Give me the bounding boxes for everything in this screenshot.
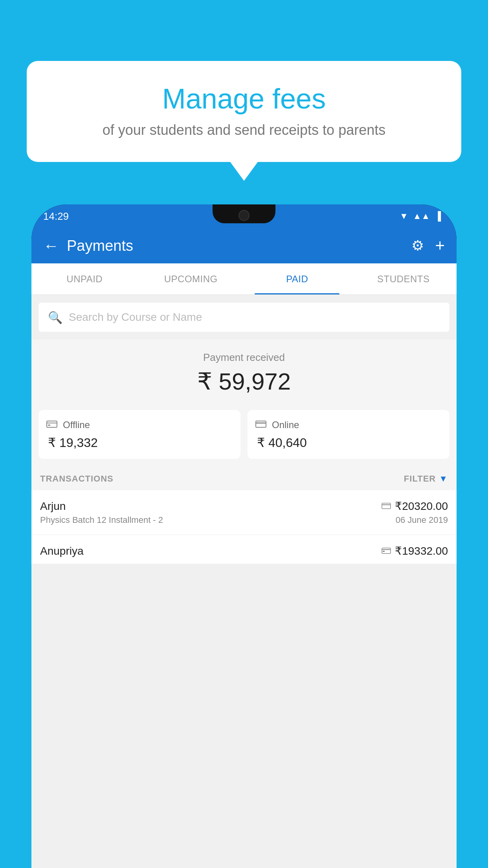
svg-rect-9 — [383, 551, 385, 552]
svg-rect-3 — [256, 421, 266, 427]
speech-bubble: Manage fees of your students and send re… — [27, 61, 461, 162]
payment-received-label: Payment received — [31, 351, 457, 364]
offline-card: Offline ₹ 19,332 — [39, 410, 240, 459]
add-button[interactable]: + — [435, 236, 445, 255]
filter-icon: ▼ — [439, 474, 448, 484]
payment-type-icon-arjun — [382, 501, 391, 512]
student-name-arjun: Arjun — [40, 500, 66, 513]
table-row: Anupriya ₹19332.00 — [31, 535, 457, 564]
transaction-top-anupriya: Anupriya ₹19332.00 — [40, 544, 448, 557]
student-name-anupriya: Anupriya — [40, 545, 84, 557]
amount-wrap-anupriya: ₹19332.00 — [382, 544, 448, 557]
speech-bubble-container: Manage fees of your students and send re… — [27, 61, 461, 162]
status-time: 14:29 — [43, 210, 69, 223]
svg-rect-0 — [47, 421, 57, 427]
offline-card-header: Offline — [46, 419, 233, 431]
course-info-arjun: Physics Batch 12 Installment - 2 — [40, 515, 163, 525]
filter-text: FILTER — [404, 474, 436, 484]
camera — [238, 210, 250, 221]
payment-cards-row: Offline ₹ 19,332 Online ₹ — [31, 403, 457, 466]
online-amount: ₹ 40,640 — [255, 435, 442, 450]
payment-type-icon-anupriya — [382, 546, 391, 557]
status-icons: ▼ ▲▲ ▐ — [400, 211, 441, 221]
online-icon — [255, 419, 266, 431]
tab-unpaid[interactable]: UNPAID — [31, 263, 138, 294]
app-bar: ← Payments ⚙ + — [31, 228, 457, 263]
transaction-top-arjun: Arjun ₹20320.00 — [40, 500, 448, 513]
bubble-subtitle: of your students and send receipts to pa… — [50, 122, 438, 138]
filter-button[interactable]: FILTER ▼ — [404, 474, 448, 484]
online-label: Online — [272, 419, 299, 430]
svg-rect-2 — [48, 425, 50, 426]
transaction-amount-arjun: ₹20320.00 — [395, 500, 448, 513]
phone-frame: 14:29 ▼ ▲▲ ▐ ← Payments ⚙ + UNPAID UPCOM… — [31, 204, 457, 868]
bubble-title: Manage fees — [50, 83, 438, 115]
offline-icon — [46, 419, 57, 431]
wifi-icon: ▼ — [400, 211, 408, 221]
amount-wrap-arjun: ₹20320.00 — [382, 500, 448, 513]
transaction-date-arjun: 06 June 2019 — [396, 515, 448, 525]
gear-button[interactable]: ⚙ — [411, 237, 424, 254]
offline-amount: ₹ 19,332 — [46, 435, 233, 450]
notch — [213, 204, 275, 223]
search-icon: 🔍 — [48, 311, 62, 324]
offline-label: Offline — [63, 419, 90, 430]
page-title: Payments — [67, 237, 411, 254]
table-row: Arjun ₹20320.00 Physics — [31, 490, 457, 535]
screen-content: UNPAID UPCOMING PAID STUDENTS 🔍 Search b… — [31, 263, 457, 868]
battery-icon: ▐ — [435, 211, 441, 221]
tab-upcoming[interactable]: UPCOMING — [138, 263, 244, 294]
payment-received-amount: ₹ 59,972 — [31, 368, 457, 395]
tab-paid[interactable]: PAID — [244, 263, 350, 294]
online-card-header: Online — [255, 419, 442, 431]
online-card: Online ₹ 40,640 — [248, 410, 449, 459]
search-bar[interactable]: 🔍 Search by Course or Name — [39, 303, 449, 332]
tab-students[interactable]: STUDENTS — [350, 263, 457, 294]
payment-received-section: Payment received ₹ 59,972 — [31, 340, 457, 403]
transaction-list: Arjun ₹20320.00 Physics — [31, 490, 457, 564]
back-button[interactable]: ← — [43, 237, 59, 255]
transaction-amount-anupriya: ₹19332.00 — [395, 544, 448, 557]
search-placeholder-text: Search by Course or Name — [69, 311, 202, 324]
transactions-header: TRANSACTIONS FILTER ▼ — [31, 466, 457, 490]
transaction-bottom-arjun: Physics Batch 12 Installment - 2 06 June… — [40, 515, 448, 525]
svg-rect-5 — [382, 503, 391, 509]
signal-icon: ▲▲ — [413, 211, 430, 221]
transactions-label: TRANSACTIONS — [40, 474, 114, 484]
background: Manage fees of your students and send re… — [0, 0, 488, 868]
tabs-bar: UNPAID UPCOMING PAID STUDENTS — [31, 263, 457, 295]
